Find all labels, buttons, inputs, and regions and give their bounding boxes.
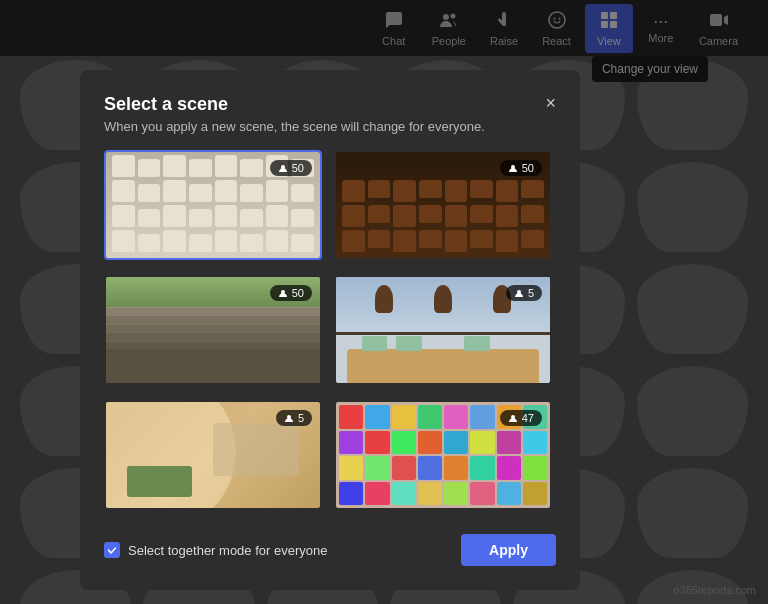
scene-thumb-scene5: 5 <box>104 400 322 510</box>
modal-footer: Select together mode for everyone Apply <box>104 524 556 566</box>
scene-thumb-conference: 5 <box>334 275 552 385</box>
scene-badge-auditorium: 50 <box>270 160 312 176</box>
scene-badge-scene5: 5 <box>276 410 312 426</box>
modal-overlay: Select a scene × When you apply a new sc… <box>0 0 768 604</box>
close-button[interactable]: × <box>545 94 556 112</box>
modal-title: Select a scene <box>104 94 228 115</box>
scene-grid: 50 Auditorium <box>104 150 556 510</box>
modal-header: Select a scene × <box>104 94 556 115</box>
scene-item-amphitheater[interactable]: 50 Amphitheater <box>104 275 322 388</box>
scene-item-auditorium-dark[interactable]: 50 Auditorium Dark <box>334 150 552 263</box>
scene-item-colorful[interactable]: 47 <box>334 400 552 510</box>
scene-badge-auditorium-dark: 50 <box>500 160 542 176</box>
scene-label-auditorium: Auditorium <box>104 260 322 263</box>
scene-thumb-auditorium-dark: 50 <box>334 150 552 260</box>
scene-label-conference: Conference Room <box>334 385 552 388</box>
scene-badge-amphitheater: 50 <box>270 285 312 301</box>
scene-item-auditorium[interactable]: 50 Auditorium <box>104 150 322 263</box>
scene-badge-conference: 5 <box>506 285 542 301</box>
scene-thumb-amphitheater: 50 <box>104 275 322 385</box>
select-scene-modal: Select a scene × When you apply a new sc… <box>80 70 580 590</box>
scene-badge-colorful: 47 <box>500 410 542 426</box>
together-mode-checkbox[interactable] <box>104 542 120 558</box>
scene-item-scene5[interactable]: 5 <box>104 400 322 510</box>
scene-thumb-auditorium: 50 <box>104 150 322 260</box>
scene-label-amphitheater: Amphitheater <box>104 385 322 388</box>
modal-subtitle: When you apply a new scene, the scene wi… <box>104 119 556 134</box>
scene-thumb-colorful: 47 <box>334 400 552 510</box>
scene-item-conference-room[interactable]: 5 Conference Room <box>334 275 552 388</box>
scene-label-auditorium-dark: Auditorium Dark <box>334 260 552 263</box>
apply-button[interactable]: Apply <box>461 534 556 566</box>
together-mode-checkbox-label[interactable]: Select together mode for everyone <box>104 542 327 558</box>
